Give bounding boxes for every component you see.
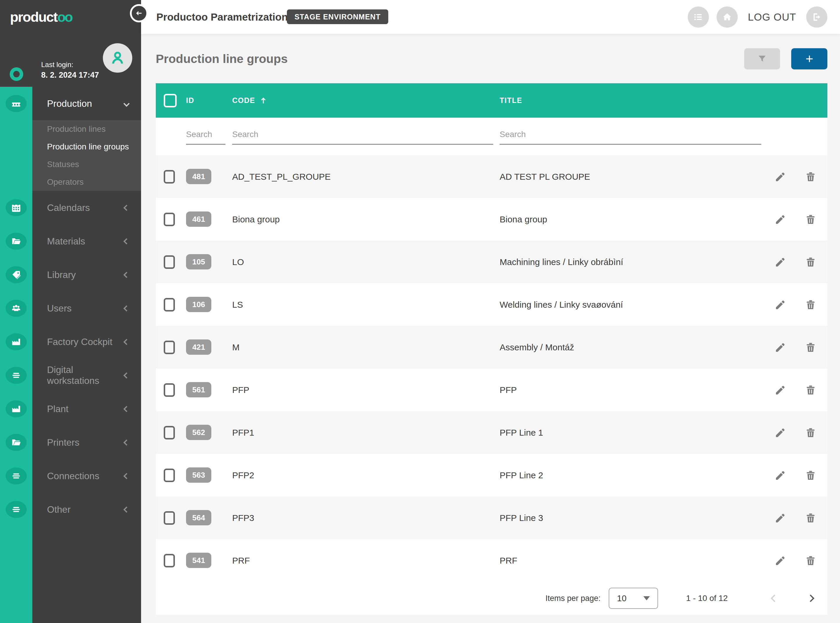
sidebar-item-library[interactable]: Library <box>32 258 141 292</box>
delete-button[interactable] <box>804 469 817 482</box>
logout-label[interactable]: LOG OUT <box>748 11 796 23</box>
sidebar-item-label: Connections <box>47 471 124 482</box>
sidebar-item-plant[interactable]: Plant <box>32 392 141 426</box>
calendar-icon[interactable] <box>6 199 27 216</box>
sidebar-item-users[interactable]: Users <box>32 292 141 325</box>
sidebar-item-materials[interactable]: Materials <box>32 224 141 258</box>
sub-item-label: Statuses <box>47 160 79 169</box>
items-per-page-select[interactable]: 10 <box>609 588 658 609</box>
delete-button[interactable] <box>804 426 817 439</box>
back-button[interactable] <box>130 4 148 22</box>
edit-button[interactable] <box>774 426 787 439</box>
cell-code: PFP1 <box>232 411 254 454</box>
delete-button[interactable] <box>804 384 817 396</box>
production-line-icon[interactable] <box>6 95 27 112</box>
factory-icon[interactable] <box>6 333 27 350</box>
sidebar-item-production-lines[interactable]: Production lines <box>32 120 141 138</box>
row-checkbox[interactable] <box>164 170 175 184</box>
edit-button[interactable] <box>774 341 787 354</box>
column-header-code[interactable]: CODE <box>232 83 268 118</box>
delete-button[interactable] <box>804 170 817 183</box>
search-input-code[interactable] <box>232 125 493 145</box>
add-button[interactable] <box>791 48 827 69</box>
search-input-title[interactable] <box>500 125 761 145</box>
cell-code: LO <box>232 241 244 283</box>
row-checkbox[interactable] <box>164 213 175 226</box>
cell-code: PFP <box>232 368 249 411</box>
edit-button[interactable] <box>774 469 787 482</box>
filter-button[interactable] <box>744 48 780 69</box>
topbar-actions: LOG OUT <box>688 0 827 34</box>
logo-accent: oo <box>57 9 72 25</box>
sidebar-item-label: Printers <box>47 437 124 448</box>
edit-button[interactable] <box>774 554 787 567</box>
edit-button[interactable] <box>774 213 787 226</box>
sidebar-item-calendars[interactable]: Calendars <box>32 191 141 224</box>
edit-button[interactable] <box>774 170 787 183</box>
row-checkbox[interactable] <box>164 511 175 525</box>
delete-button[interactable] <box>804 554 817 567</box>
sidebar: productoo Last login: 8. 2. 2024 17:47 <box>0 0 141 623</box>
list-lines-icon[interactable] <box>6 467 27 485</box>
chevron-left-icon <box>124 272 130 278</box>
next-page-button[interactable] <box>807 594 814 602</box>
app-root: productoo Last login: 8. 2. 2024 17:47 <box>0 0 840 623</box>
edit-button[interactable] <box>774 298 787 311</box>
person-icon <box>109 49 126 66</box>
cell-code: PFP2 <box>232 454 254 497</box>
sidebar-item-other[interactable]: Other <box>32 493 141 526</box>
logout-button[interactable] <box>806 6 827 28</box>
row-checkbox[interactable] <box>164 383 175 397</box>
id-badge: 562 <box>186 425 211 440</box>
sidebar-item-connections[interactable]: Connections <box>32 459 141 493</box>
sidebar-item-statuses[interactable]: Statuses <box>32 156 141 173</box>
logo-bar: productoo <box>0 0 141 34</box>
sidebar-item-printers[interactable]: Printers <box>32 426 141 459</box>
id-badge: 105 <box>186 254 211 269</box>
column-header-title[interactable]: TITLE <box>500 83 522 118</box>
delete-button[interactable] <box>804 341 817 354</box>
delete-button[interactable] <box>804 511 817 525</box>
users-icon[interactable] <box>6 300 27 317</box>
sidebar-item-production[interactable]: Production <box>32 87 141 120</box>
previous-page-button[interactable] <box>771 594 778 602</box>
sidebar-item-factory-cockpit[interactable]: Factory Cockpit <box>32 325 141 359</box>
sidebar-item-production-line-groups[interactable]: Production line groups <box>32 138 141 156</box>
home-icon <box>722 11 733 23</box>
search-input-id[interactable] <box>186 125 225 145</box>
delete-button[interactable] <box>804 213 817 226</box>
edit-button[interactable] <box>774 384 787 396</box>
id-badge: 561 <box>186 382 211 397</box>
delete-button[interactable] <box>804 256 817 269</box>
menu-list-button[interactable] <box>688 6 709 28</box>
sidebar-item-label: Digital workstations <box>47 364 124 386</box>
sidebar-item-operators[interactable]: Operators <box>32 173 141 191</box>
column-header-id[interactable]: ID <box>186 83 194 118</box>
row-checkbox[interactable] <box>164 255 175 269</box>
folder-open-icon[interactable] <box>6 434 27 451</box>
list-lines-icon[interactable] <box>6 501 27 518</box>
sidebar-item-digital-workstations[interactable]: Digital workstations <box>32 359 141 392</box>
cell-title: Biona group <box>500 198 547 241</box>
row-checkbox[interactable] <box>164 341 175 354</box>
tag-icon[interactable] <box>6 266 27 283</box>
delete-button[interactable] <box>804 298 817 311</box>
id-badge: 541 <box>186 553 211 568</box>
row-checkbox[interactable] <box>164 469 175 482</box>
select-all-checkbox[interactable] <box>164 94 177 107</box>
edit-button[interactable] <box>774 511 787 525</box>
table-row: 561 PFP PFP <box>156 368 827 411</box>
row-checkbox[interactable] <box>164 554 175 568</box>
productoo-logo: productoo <box>10 9 72 25</box>
row-checkbox[interactable] <box>164 298 175 312</box>
trash-icon <box>805 256 817 268</box>
factory-icon[interactable] <box>6 400 27 417</box>
home-button[interactable] <box>716 6 738 28</box>
cell-title: PRF <box>500 539 517 582</box>
sidebar-item-label: Library <box>47 269 124 280</box>
list-lines-icon[interactable] <box>6 367 27 384</box>
row-checkbox[interactable] <box>164 426 175 439</box>
edit-button[interactable] <box>774 256 787 269</box>
pencil-icon <box>774 299 786 311</box>
folder-open-icon[interactable] <box>6 233 27 250</box>
